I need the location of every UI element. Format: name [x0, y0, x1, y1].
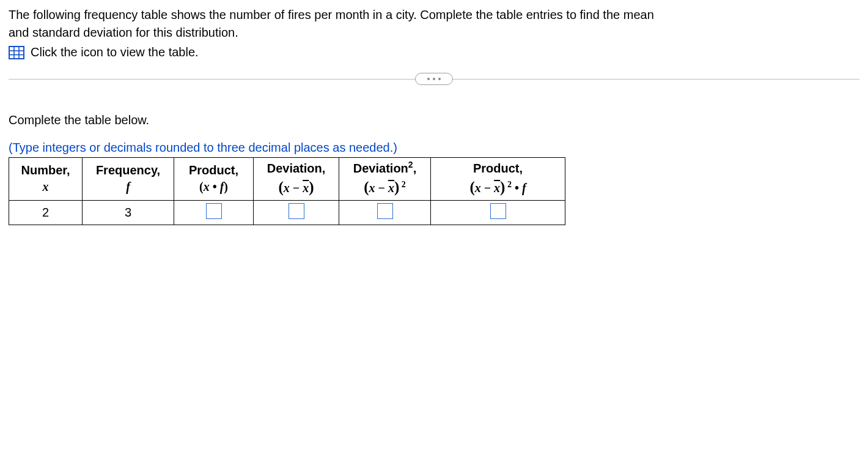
view-table-link[interactable]: Click the icon to view the table. [31, 45, 199, 59]
col-header-deviation-sq: Deviation2, (x − x) 2 [339, 158, 431, 201]
col-header-deviation: Deviation, (x − x) [254, 158, 339, 201]
cell-f: 3 [83, 200, 174, 225]
col-header-xf: Product, (x • f) [174, 158, 254, 201]
cell-xf [174, 200, 254, 225]
col-header-f: Frequency, f [83, 158, 174, 201]
input-deviation-sq[interactable] [377, 203, 393, 219]
rounding-hint: (Type integers or decimals rounded to th… [9, 141, 859, 155]
cell-x: 2 [9, 200, 83, 225]
expand-toggle[interactable] [415, 73, 453, 85]
frequency-table: Number, x Frequency, f Product, (x • f) … [9, 157, 565, 225]
cell-deviation-sq [339, 200, 431, 225]
input-deviation[interactable] [289, 203, 304, 219]
intro-line-1: The following frequency table shows the … [9, 8, 654, 21]
table-row: 2 3 [9, 200, 565, 225]
section-divider [9, 70, 859, 89]
table-icon[interactable] [9, 46, 24, 59]
problem-statement: The following frequency table shows the … [9, 6, 859, 42]
intro-line-2: and standard deviation for this distribu… [9, 26, 238, 39]
cell-product-sq [431, 200, 565, 225]
cell-deviation [254, 200, 339, 225]
input-xf[interactable] [206, 203, 222, 219]
col-header-product-sq: Product, (x − x) 2 • f [431, 158, 565, 201]
col-header-x: Number, x [9, 158, 83, 201]
table-header-row: Number, x Frequency, f Product, (x • f) … [9, 158, 565, 201]
complete-table-label: Complete the table below. [9, 113, 859, 127]
input-product-sq[interactable] [490, 203, 506, 219]
svg-rect-0 [9, 46, 24, 59]
